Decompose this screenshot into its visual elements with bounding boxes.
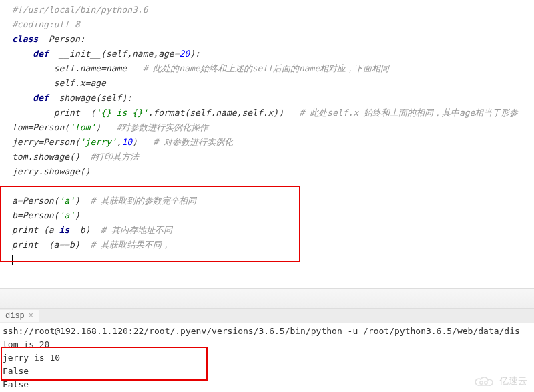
console-command: ssh://root@192.168.1.120:22/root/.pyenv/… — [3, 325, 531, 338]
code-line: self.x=age — [12, 76, 534, 91]
cloud-icon — [473, 375, 495, 388]
code-line: print (a is b) # 其内存地址不同 — [12, 223, 534, 238]
code-line: jerry=Person('jerry',10) # 对参数进行实例化 — [12, 135, 534, 150]
gutter — [0, 0, 9, 280]
code-line: tom.showage() #打印其方法 — [12, 150, 534, 164]
code-line: print ('{} is {}'.format(self.name,self.… — [12, 106, 534, 120]
console-output[interactable]: ssh://root@192.168.1.120:22/root/.pyenv/… — [0, 323, 534, 392]
code-editor[interactable]: #!/usr/local/bin/python3.6 #coding:utf-8… — [0, 0, 534, 270]
console-line: False — [3, 365, 531, 378]
svg-point-0 — [480, 381, 483, 384]
console-line: tom is 20 — [3, 338, 531, 351]
watermark-text: 亿速云 — [499, 375, 527, 387]
watermark: 亿速云 — [473, 375, 527, 388]
close-icon[interactable]: × — [29, 311, 33, 321]
code-line: print (a==b) # 其获取结果不同， — [12, 238, 534, 252]
code-line — [12, 179, 534, 194]
code-line: a=Person('a') # 其获取到的参数完全相同 — [12, 194, 534, 208]
console-line: jerry is 10 — [3, 351, 531, 365]
code-line: jerry.showage() — [12, 164, 534, 179]
tab-label: disp — [5, 311, 25, 321]
console-line: False — [3, 378, 531, 391]
code-line: #coding:utf-8 — [12, 17, 534, 32]
panel-divider[interactable] — [0, 288, 534, 309]
code-line: def __init__(self,name,age=20): — [12, 47, 534, 61]
code-line: def showage(self): — [12, 91, 534, 106]
code-cursor-line — [12, 252, 534, 267]
console-tab-disp[interactable]: disp × — [0, 310, 39, 322]
code-line: tom=Person('tom') #对参数进行实例化操作 — [12, 120, 534, 135]
code-line: #!/usr/local/bin/python3.6 — [12, 3, 534, 17]
code-line: b=Person('a') — [12, 208, 534, 223]
svg-point-1 — [485, 381, 487, 384]
code-line: class Person: — [12, 32, 534, 47]
text-cursor — [12, 255, 13, 265]
code-line: self.name=name # 此处的name始终和上述的self后面的nam… — [12, 61, 534, 76]
console-tab-bar: disp × — [0, 309, 534, 323]
